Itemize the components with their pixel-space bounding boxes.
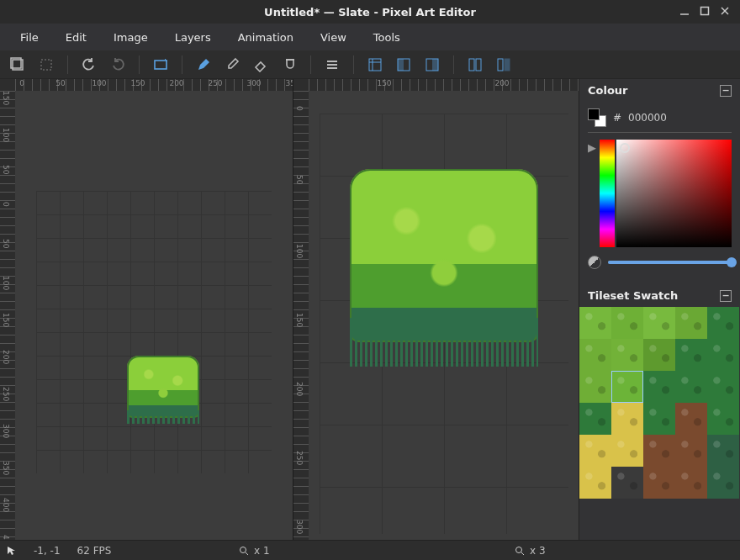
tileset-tile[interactable]: [579, 403, 611, 435]
tileset-tile[interactable]: [611, 371, 643, 403]
sprite-bush: [127, 356, 199, 418]
tileset-panel-title: Tileset Swatch: [588, 289, 678, 302]
tileset-tile[interactable]: [611, 435, 643, 467]
tileset-tile[interactable]: [611, 307, 643, 339]
ruler-tick-label: 200: [169, 79, 183, 87]
tileset-panel-header[interactable]: Tileset Swatch −: [579, 284, 740, 307]
ruler-tick-label: 0: [19, 79, 24, 87]
tileset-panel-body: [579, 307, 740, 540]
ruler-tick-label: 100: [295, 244, 304, 258]
ruler-tick-label: 150: [2, 313, 10, 327]
svg-rect-8: [286, 59, 294, 61]
svg-rect-1: [701, 7, 709, 14]
hue-slider[interactable]: [600, 140, 615, 247]
maximize-button[interactable]: [700, 6, 710, 18]
viewport-right[interactable]: [309, 91, 579, 540]
tileset-tile[interactable]: [643, 435, 675, 467]
split-b-button[interactable]: [420, 52, 445, 77]
tileset-tile[interactable]: [707, 467, 739, 499]
tileset-tile[interactable]: [675, 371, 707, 403]
tileset-tile[interactable]: [579, 339, 611, 371]
collapse-icon[interactable]: −: [720, 85, 732, 97]
hex-input[interactable]: 000000: [628, 112, 667, 124]
titlebar: Untitled* — Slate - Pixel Art Editor: [0, 0, 740, 24]
tileset-tile[interactable]: [643, 371, 675, 403]
canvas-left[interactable]: [36, 191, 272, 473]
eyedropper-tool-button[interactable]: [219, 52, 245, 77]
tileset-tile[interactable]: [579, 467, 611, 499]
canvas-pane-right[interactable]: 150200 050100150200250300: [293, 79, 579, 540]
menu-view[interactable]: View: [307, 26, 360, 49]
tileset-tile[interactable]: [707, 435, 739, 467]
canvas-pane-left[interactable]: 050100150200250300350 150100500501001502…: [0, 79, 293, 540]
menu-layers[interactable]: Layers: [161, 26, 225, 49]
close-button[interactable]: [720, 6, 730, 18]
pencil-tool-button[interactable]: [191, 52, 216, 77]
options-button[interactable]: [320, 52, 345, 77]
tileset-tile[interactable]: [611, 339, 643, 371]
menu-tools[interactable]: Tools: [360, 26, 414, 49]
rectangle-tool-button[interactable]: [148, 52, 173, 77]
tileset-tile[interactable]: [675, 403, 707, 435]
tileset-tile[interactable]: [675, 307, 707, 339]
svg-point-23: [240, 547, 246, 552]
hue-cursor-icon: ▶: [588, 140, 598, 247]
tileset-tile[interactable]: [643, 339, 675, 371]
eraser-tool-button[interactable]: [248, 52, 273, 77]
viewport-left[interactable]: [15, 91, 293, 540]
tileset-tile[interactable]: [643, 307, 675, 339]
menu-image[interactable]: Image: [100, 26, 161, 49]
fill-icon: [282, 57, 297, 72]
ruler-tick-label: 150: [130, 79, 145, 87]
tileset-tile[interactable]: [643, 403, 675, 435]
alpha-thumb[interactable]: [727, 257, 737, 267]
tileset-tile[interactable]: [611, 403, 643, 435]
svg-rect-22: [505, 59, 510, 71]
menu-animation[interactable]: Animation: [225, 26, 307, 49]
tileset-tile[interactable]: [675, 467, 707, 499]
menu-file[interactable]: File: [7, 26, 52, 49]
ruler-tick-label: 200: [494, 79, 509, 87]
tileset-tile[interactable]: [675, 435, 707, 467]
alpha-slider[interactable]: [608, 261, 732, 264]
menu-edit[interactable]: Edit: [52, 26, 100, 49]
svg-rect-18: [432, 59, 438, 71]
redo-button[interactable]: [105, 52, 130, 77]
tileset-grid[interactable]: [579, 307, 740, 499]
saturation-value-picker[interactable]: [616, 140, 732, 247]
panes-a-button[interactable]: [462, 52, 488, 77]
fill-tool-button[interactable]: [277, 52, 302, 77]
canvas-size-button[interactable]: [5, 52, 30, 77]
image-size-button[interactable]: [34, 52, 59, 77]
panes-b-button[interactable]: [491, 52, 516, 77]
svg-rect-19: [469, 59, 474, 71]
undo-button[interactable]: [77, 52, 102, 77]
tileset-tile[interactable]: [675, 339, 707, 371]
sv-cursor[interactable]: [620, 143, 630, 153]
colour-panel-header[interactable]: Colour −: [579, 79, 740, 102]
guides-button[interactable]: [362, 52, 388, 77]
minimize-button[interactable]: [679, 6, 690, 18]
foreground-colour-swatch[interactable]: [588, 108, 600, 120]
pencil-icon: [196, 57, 211, 72]
tileset-tile[interactable]: [707, 307, 739, 339]
svg-rect-6: [41, 60, 51, 70]
ruler-tick-label: 50: [2, 239, 10, 248]
zoom-right-value: x 3: [530, 545, 546, 557]
tileset-tile[interactable]: [643, 467, 675, 499]
hex-prefix: #: [613, 112, 621, 124]
alpha-fill: [608, 261, 732, 264]
canvas-right[interactable]: [320, 114, 568, 534]
tileset-tile[interactable]: [707, 371, 739, 403]
fg-bg-swatch[interactable]: [588, 108, 606, 127]
tileset-tile[interactable]: [579, 435, 611, 467]
tileset-tile[interactable]: [707, 403, 739, 435]
svg-rect-20: [476, 59, 481, 71]
image-size-icon: [39, 57, 54, 72]
tileset-tile[interactable]: [579, 307, 611, 339]
collapse-icon[interactable]: −: [720, 290, 732, 302]
tileset-tile[interactable]: [611, 467, 643, 499]
split-a-button[interactable]: [391, 52, 416, 77]
tileset-tile[interactable]: [707, 339, 739, 371]
tileset-tile[interactable]: [579, 371, 611, 403]
